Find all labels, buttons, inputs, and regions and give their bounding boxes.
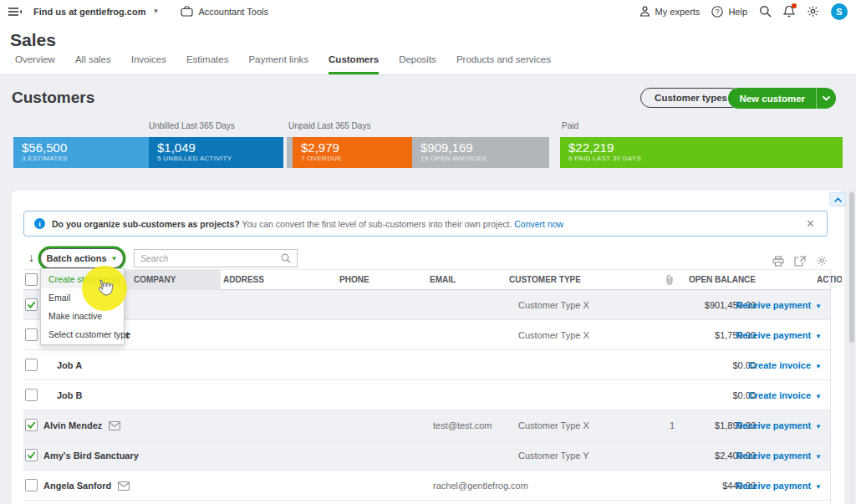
projects-info-banner: i Do you organize sub-customers as proje… bbox=[23, 211, 828, 237]
magnifier-icon bbox=[281, 253, 291, 263]
row-checkbox[interactable] bbox=[25, 419, 38, 431]
money-bar-segment-7-overdue[interactable]: $2,9797 OVERDUE bbox=[293, 137, 412, 168]
notification-dot bbox=[792, 3, 797, 8]
export-icon[interactable] bbox=[794, 255, 806, 270]
column-header-email[interactable]: EMAIL bbox=[430, 270, 456, 290]
company-selector[interactable]: Find us at gentlefrog.com ▼ bbox=[33, 7, 159, 17]
menu-item-make-inactive[interactable]: Make inactive bbox=[41, 307, 124, 325]
scroll-to-top-button[interactable] bbox=[829, 192, 846, 206]
accountant-tools-button[interactable]: Accountant Tools bbox=[181, 6, 268, 17]
column-header-phone[interactable]: PHONE bbox=[339, 270, 369, 290]
segment-amount: $1,049 bbox=[157, 140, 283, 155]
column-header-company[interactable]: COMPANY bbox=[134, 270, 176, 290]
customer-types-button[interactable]: Customer types bbox=[640, 88, 741, 108]
help-button[interactable]: ? Help bbox=[711, 6, 747, 18]
customer-name-link[interactable]: Angela Sanford bbox=[43, 471, 130, 501]
notifications-button[interactable] bbox=[783, 5, 795, 18]
customer-name-link[interactable]: Amy's Bird Sanctuary bbox=[43, 440, 139, 471]
tab-payment-links[interactable]: Payment links bbox=[248, 54, 308, 74]
customer-name: Job B bbox=[57, 380, 83, 410]
column-header-open-balance[interactable]: OPEN BALANCE bbox=[689, 270, 756, 290]
action-label: Receive payment bbox=[736, 481, 811, 491]
money-bar-segment-3-estimates[interactable]: $56,5003 ESTIMATES bbox=[13, 137, 149, 168]
table-row-amy-s-bird-sanctuary[interactable]: Amy's Bird SanctuaryCustomer Type Y$2,40… bbox=[23, 440, 830, 471]
customer-name-link[interactable]: Job A bbox=[57, 350, 82, 380]
menu-item-create-statements[interactable]: Create statements bbox=[41, 270, 124, 288]
row-checkbox[interactable] bbox=[25, 479, 38, 491]
row-checkbox[interactable] bbox=[25, 389, 38, 401]
new-customer-dropdown-toggle[interactable] bbox=[816, 88, 836, 109]
menu-item-email[interactable]: Email bbox=[41, 288, 124, 307]
caret-down-icon[interactable]: ▼ bbox=[815, 363, 822, 370]
menu-item-select-customer-type[interactable]: Select customer type bbox=[41, 325, 124, 344]
row-action-receive-payment[interactable]: Receive payment▼ bbox=[736, 320, 822, 350]
convert-now-link[interactable]: Convert now bbox=[514, 219, 563, 229]
tab-invoices[interactable]: Invoices bbox=[131, 54, 166, 74]
select-all-checkbox[interactable] bbox=[25, 273, 38, 286]
row-action-receive-payment[interactable]: Receive payment▼ bbox=[736, 440, 822, 471]
customer-name-link[interactable]: Alvin Mendez bbox=[43, 410, 120, 440]
row-action-receive-payment[interactable]: Receive payment▼ bbox=[736, 410, 822, 440]
segment-amount: $2,979 bbox=[301, 140, 412, 155]
column-header-customer-type[interactable]: CUSTOMER TYPE bbox=[509, 270, 581, 290]
table-row-alvin-mendez[interactable]: Alvin Mendeztest@test.comCustomer Type X… bbox=[23, 410, 830, 440]
tab-products-and-services[interactable]: Products and services bbox=[456, 54, 551, 74]
column-header-address[interactable]: ADDRESS bbox=[223, 270, 264, 290]
table-row-job-b[interactable]: Job B$0.00Create invoice▼ bbox=[23, 380, 830, 410]
caret-down-icon[interactable]: ▼ bbox=[815, 423, 822, 430]
printer-icon[interactable] bbox=[772, 255, 784, 270]
row-checkbox[interactable] bbox=[25, 449, 38, 461]
tab-customers[interactable]: Customers bbox=[329, 54, 379, 74]
row-action-receive-payment[interactable]: Receive payment▼ bbox=[736, 290, 822, 320]
caret-down-icon[interactable]: ▼ bbox=[815, 303, 822, 310]
customer-name-link[interactable]: Job B bbox=[57, 380, 83, 410]
vertical-scrollbar[interactable] bbox=[849, 191, 854, 504]
table-row-job-a[interactable]: Job A$0.00Create invoice▼ bbox=[23, 350, 830, 380]
segment-amount: $909,169 bbox=[420, 140, 549, 155]
row-checkbox[interactable] bbox=[25, 328, 38, 341]
avatar[interactable]: S bbox=[831, 3, 848, 20]
row-action-receive-payment[interactable]: Receive payment▼ bbox=[736, 471, 822, 501]
page-title: Sales bbox=[10, 30, 56, 50]
sort-down-icon[interactable]: ↓ bbox=[28, 251, 34, 264]
cell-email: rachel@gentlefrog.com bbox=[433, 471, 528, 501]
table-gear-icon[interactable] bbox=[816, 255, 828, 270]
caret-down-icon[interactable]: ▼ bbox=[815, 453, 822, 461]
batch-actions-button[interactable]: Batch actions ▼ bbox=[40, 248, 124, 268]
tab-estimates[interactable]: Estimates bbox=[186, 54, 229, 74]
row-checkbox[interactable] bbox=[25, 298, 38, 311]
tab-deposits[interactable]: Deposits bbox=[399, 54, 436, 74]
table-row[interactable]: Customer Type X$901,450.00Receive paymen… bbox=[23, 290, 830, 320]
new-customer-button[interactable]: New customer bbox=[728, 88, 836, 109]
scrollbar-thumb[interactable] bbox=[849, 192, 854, 343]
cell-email: test@test.com bbox=[433, 410, 492, 440]
tab-all-sales[interactable]: All sales bbox=[75, 54, 111, 74]
close-icon[interactable]: ✕ bbox=[804, 217, 817, 230]
caret-down-icon[interactable]: ▼ bbox=[815, 483, 822, 491]
row-checkbox[interactable] bbox=[25, 359, 38, 371]
help-icon: ? bbox=[711, 6, 723, 18]
column-header-action[interactable]: ACTION bbox=[817, 270, 842, 290]
table-row-a-customer-project[interactable]: A Customer ProjectCustomer Type X$1,750.… bbox=[23, 320, 830, 350]
money-bar: $56,5003 ESTIMATES$1,0495 UNBILLED ACTIV… bbox=[0, 137, 856, 168]
person-icon bbox=[639, 6, 650, 17]
row-action-create-invoice[interactable]: Create invoice▼ bbox=[748, 350, 822, 380]
money-bar-segment-6-paid-last-30-days[interactable]: $22,2196 PAID LAST 30 DAYS bbox=[560, 137, 843, 168]
caret-down-icon[interactable]: ▼ bbox=[815, 333, 822, 340]
money-bar-segment-5-unbilled-activity[interactable]: $1,0495 UNBILLED ACTIVITY bbox=[149, 137, 283, 168]
search-icon[interactable] bbox=[759, 5, 772, 18]
segment-label: 3 ESTIMATES bbox=[22, 155, 149, 162]
segment-amount: $22,219 bbox=[568, 140, 843, 155]
money-bar-segment-19-open-invoices[interactable]: $909,16919 OPEN INVOICES bbox=[412, 137, 549, 168]
row-action-create-invoice[interactable]: Create invoice▼ bbox=[748, 380, 822, 410]
my-experts-button[interactable]: My experts bbox=[639, 6, 701, 17]
hamburger-menu-icon[interactable] bbox=[8, 7, 22, 17]
search-input[interactable] bbox=[140, 253, 276, 263]
caret-down-icon[interactable]: ▼ bbox=[815, 393, 822, 400]
caret-down-icon: ▼ bbox=[111, 255, 118, 262]
quickbooks-sales-customers-page: Find us at gentlefrog.com ▼ Accountant T… bbox=[0, 0, 856, 504]
tab-overview[interactable]: Overview bbox=[15, 54, 55, 74]
gear-icon[interactable] bbox=[807, 5, 819, 18]
table-row-angela-sanford[interactable]: Angela Sanfordrachel@gentlefrog.com$440.… bbox=[23, 471, 830, 501]
accountant-tools-label: Accountant Tools bbox=[198, 7, 268, 17]
